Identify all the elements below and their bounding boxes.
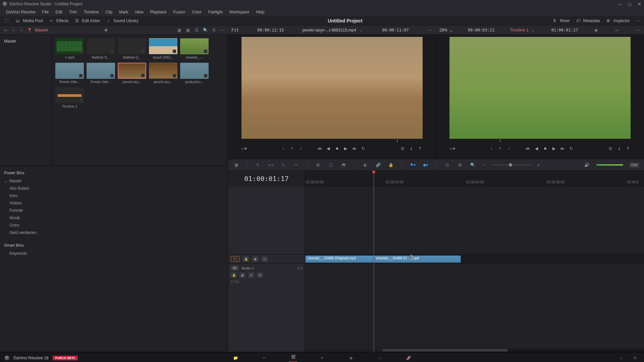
last-frame-icon[interactable]: ⏭ — [352, 146, 357, 151]
project-settings-icon[interactable]: ⚙ — [631, 354, 639, 362]
source-zoom[interactable]: Fit — [231, 28, 239, 33]
out-point-icon[interactable]: ⤒ — [417, 146, 423, 151]
metadata-view-icon[interactable]: ▦ — [176, 27, 182, 33]
media-clip[interactable]: production... — [180, 63, 209, 84]
more-icon[interactable]: ⋯ — [635, 18, 641, 23]
play-reverse-icon[interactable]: ◀ — [326, 146, 331, 151]
link-icon[interactable]: 🔗 — [375, 162, 381, 168]
bypass-icon[interactable]: ◉ — [593, 27, 599, 33]
timeline-clip[interactable]: cheetah_-_53486 (Original).mp4 — [305, 255, 374, 263]
power-bin-item[interactable]: Intro — [0, 192, 228, 199]
play-reverse-icon[interactable]: ◀ — [534, 146, 539, 151]
edit-page-icon[interactable]: 🎬 — [289, 354, 298, 362]
media-clip[interactable]: Bathtub Q... — [118, 38, 146, 59]
menu-fairlight[interactable]: Fairlight — [206, 9, 225, 15]
zoom-in-button[interactable]: + — [537, 162, 540, 168]
menu-clip[interactable]: Clip — [103, 9, 115, 15]
fairlight-page-icon[interactable]: ♫ — [375, 354, 384, 362]
chevron-down-icon[interactable]: ⌄ — [358, 27, 364, 33]
menu-fusion[interactable]: Fusion — [170, 9, 188, 15]
media-clip[interactable]: Pexels Vide... — [55, 63, 84, 84]
source-scrubber[interactable] — [241, 139, 423, 143]
flag-icon[interactable]: ⚑▾ — [409, 162, 416, 168]
maximize-button[interactable]: ◻ — [628, 2, 632, 7]
deliver-page-icon[interactable]: 🚀 — [404, 354, 413, 362]
v1-track-header[interactable]: V1 🔒 ◉ ▭ — [228, 255, 305, 263]
menu-color[interactable]: Color — [189, 9, 204, 15]
search-icon[interactable]: 🔍 — [203, 27, 208, 33]
playhead[interactable] — [374, 171, 374, 352]
sort-icon[interactable]: ⇅ — [211, 27, 217, 33]
out-point-icon[interactable]: ⤒ — [625, 146, 631, 151]
metadata-toggle[interactable]: 🏷 Metadata — [575, 18, 600, 24]
solo-button[interactable]: S — [248, 273, 254, 278]
media-clip[interactable]: Bathtub O... — [87, 38, 115, 59]
pin-icon[interactable]: 📍 — [27, 27, 32, 33]
nav-fwd-icon[interactable]: › — [19, 27, 24, 33]
v1-badge[interactable]: V1 — [231, 256, 239, 262]
disable-video-icon[interactable]: ▭ — [262, 256, 268, 262]
power-bin-item[interactable]: Outro — [0, 222, 228, 229]
volume-slider[interactable] — [596, 164, 623, 166]
sound-library-toggle[interactable]: ♪ Sound Library — [105, 18, 139, 24]
power-bin-item[interactable]: Geld verdienen — [0, 229, 228, 236]
inspector-toggle[interactable]: ⚙ Inspector — [605, 18, 630, 24]
media-clip[interactable]: pexels-tary... — [149, 63, 177, 84]
in-point-icon[interactable]: ⤓ — [616, 146, 622, 151]
fullscreen-icon[interactable]: ⛶ — [3, 18, 9, 24]
next-edit-icon[interactable]: › — [506, 146, 512, 151]
effects-toggle[interactable]: ✧ Effects — [48, 18, 68, 24]
minimize-button[interactable]: — — [618, 2, 622, 7]
timeline-clip[interactable]: cheetah_-_53486 (O... ).mp4 — [374, 255, 461, 263]
match-frame-icon[interactable]: ⊡ — [608, 146, 613, 151]
loop-icon[interactable]: ↻ — [361, 146, 366, 151]
program-scrubber[interactable] — [449, 139, 631, 143]
prev-edit-icon[interactable]: ‹ — [489, 146, 494, 151]
zoom-detail-icon[interactable]: ⊞ — [457, 162, 463, 168]
color-page-icon[interactable]: ◉ — [346, 354, 355, 362]
timeline-ruler[interactable]: 01:00:00:0001:00:02:0001:00:04:0001:00:0… — [305, 171, 644, 186]
timeline-view-options-icon[interactable]: ▦ — [233, 162, 239, 168]
chevron-down-icon[interactable]: ⌄ — [4, 179, 7, 183]
first-frame-icon[interactable]: ⏮ — [317, 146, 322, 151]
media-page-icon[interactable]: 📁 — [231, 354, 240, 362]
menu-help[interactable]: Help — [253, 9, 267, 15]
lock-track-icon[interactable]: 🔒 — [243, 256, 249, 262]
power-bin-item[interactable]: Fortnite — [0, 207, 228, 214]
replace-clip-icon[interactable]: ⬒ — [340, 162, 347, 168]
trim-tool-icon[interactable]: ⟷ — [267, 162, 274, 168]
mute-button[interactable]: M — [257, 273, 263, 278]
auto-select-icon[interactable]: ◉ — [239, 273, 246, 278]
thumbnail-view-icon[interactable]: ▦ — [185, 27, 191, 33]
media-clip[interactable]: cheetah_-... — [180, 38, 209, 59]
menu-mark[interactable]: Mark — [116, 9, 131, 15]
play-icon[interactable]: ▶ — [343, 146, 348, 151]
a1-track-header[interactable]: A1 Audio 1 2.0 🔒 ◉ S M 0 Clip — [228, 263, 305, 286]
menu-view[interactable]: View — [132, 9, 146, 15]
media-clip[interactable]: Pexels Vide... — [87, 63, 115, 84]
zoom-custom-icon[interactable]: 🔍 — [469, 162, 476, 168]
zoom-slider[interactable] — [491, 164, 531, 166]
media-pool-toggle[interactable]: 🗂 Media Pool — [15, 18, 43, 24]
more-icon[interactable]: ⋯ — [635, 27, 641, 33]
close-button[interactable]: ✕ — [638, 2, 641, 7]
home-icon[interactable]: ⌂ — [616, 354, 625, 362]
power-bin-item[interactable]: Videos — [0, 199, 228, 207]
timeline-h-scrollbar[interactable] — [382, 349, 644, 352]
master-bin[interactable]: Master — [0, 38, 52, 45]
selection-tool-icon[interactable]: ↖ — [255, 162, 261, 168]
menu-davinci-resolve[interactable]: DaVinci Resolve — [3, 9, 38, 15]
blade-tool-icon[interactable]: ✂ — [293, 162, 300, 168]
viewer-mode-icon[interactable]: ▭▾ — [241, 146, 247, 151]
lock-track-icon[interactable]: 🔒 — [231, 273, 237, 278]
menu-edit[interactable]: Edit — [53, 9, 65, 15]
media-clip[interactable]: 1.mp3 — [55, 38, 84, 59]
cut-page-icon[interactable]: ✂ — [260, 354, 269, 362]
menu-workspace[interactable]: Workspace — [227, 9, 252, 15]
smart-bin-item[interactable]: Keywords — [0, 250, 228, 257]
timeline-timecode[interactable]: 01:00:01:17 — [228, 171, 305, 186]
media-clip[interactable]: Timeline 1 — [55, 87, 84, 108]
program-canvas[interactable] — [449, 37, 631, 139]
retime-icon[interactable]: ◐ — [362, 162, 369, 168]
media-clip[interactable]: beach-2562... — [149, 38, 177, 59]
